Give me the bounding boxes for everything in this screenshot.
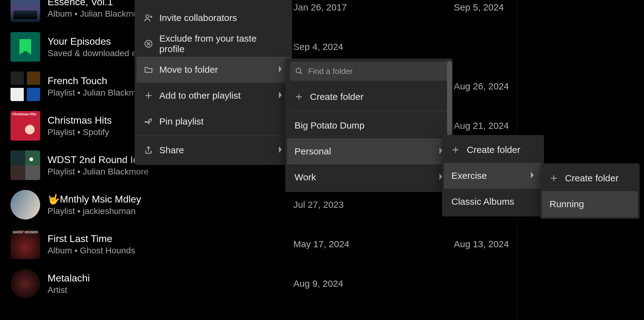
- folder-search-input[interactable]: [307, 66, 443, 76]
- bookmark-icon: [19, 39, 31, 55]
- chevron-right-icon: [278, 64, 283, 75]
- date-played: Aug 21, 2024: [454, 121, 509, 131]
- menu-item-label: Add to other playlist: [159, 90, 278, 101]
- folder-name: Work: [295, 172, 438, 183]
- chevron-right-icon: [530, 170, 535, 181]
- date-added: Jul 27, 2023: [293, 199, 344, 210]
- menu-item-label: Exclude from your taste profile: [159, 33, 283, 54]
- svg-point-0: [146, 15, 149, 18]
- separator: [290, 111, 448, 111]
- folder-option-personal[interactable]: Personal: [287, 138, 451, 164]
- folder-name: Classic Albums: [451, 196, 535, 207]
- album-art: [10, 72, 40, 101]
- album-art: [10, 190, 40, 219]
- folder-option-classic-albums[interactable]: Classic Albums: [444, 189, 542, 215]
- folder-option-exercise[interactable]: Exercise: [444, 163, 542, 189]
- folder-name: Personal: [295, 146, 438, 157]
- pin-icon: [144, 117, 159, 126]
- folder-option-running[interactable]: Running: [542, 191, 638, 217]
- menu-add-to-playlist[interactable]: Add to other playlist: [136, 83, 290, 109]
- plus-icon: [550, 174, 565, 183]
- album-art: [10, 32, 40, 62]
- share-icon: [144, 146, 159, 155]
- context-menu: Invite collaborators Exclude from your t…: [135, 0, 292, 165]
- menu-item-label: Invite collaborators: [159, 13, 283, 23]
- album-art: [10, 0, 40, 22]
- exclude-icon: [144, 39, 159, 48]
- create-folder-label: Create folder: [565, 173, 630, 183]
- date-played: Aug 26, 2024: [454, 81, 509, 92]
- folder-icon: [144, 65, 159, 74]
- item-subtitle: Playlist • jackieshuman: [48, 206, 282, 216]
- library-row[interactable]: GHOST HOUNDS First Last Time Album • Gho…: [0, 224, 519, 264]
- plus-icon: [295, 92, 310, 101]
- plus-icon: [451, 146, 467, 154]
- menu-share[interactable]: Share: [136, 137, 290, 163]
- album-art: [10, 150, 40, 180]
- create-folder-button[interactable]: Create folder: [287, 84, 451, 110]
- item-subtitle: Playlist • Julian Blackmore: [48, 167, 282, 177]
- date-added: May 17, 2024: [293, 239, 349, 249]
- album-art: GHOST HOUNDS: [10, 229, 40, 259]
- item-title: First Last Time: [48, 233, 282, 244]
- chevron-right-icon: [278, 90, 283, 101]
- create-folder-label: Create folder: [467, 145, 535, 155]
- item-subtitle: Artist: [48, 285, 282, 295]
- date-played: Sep 5, 2024: [454, 2, 504, 13]
- svg-point-2: [296, 68, 301, 73]
- menu-move-to-folder[interactable]: Move to folder: [136, 57, 290, 83]
- item-title: Metalachi: [48, 272, 282, 284]
- album-art: [10, 269, 40, 298]
- chevron-right-icon: [278, 145, 283, 155]
- menu-item-label: Move to folder: [159, 64, 278, 75]
- folder-name: Exercise: [451, 170, 530, 181]
- separator: [136, 136, 290, 136]
- date-played: Aug 13, 2024: [454, 239, 509, 249]
- menu-pin-playlist[interactable]: Pin playlist: [136, 109, 290, 134]
- menu-invite-collaborators[interactable]: Invite collaborators: [136, 5, 290, 31]
- create-folder-button[interactable]: Create folder: [542, 165, 638, 191]
- folder-option-work[interactable]: Work: [287, 164, 451, 190]
- date-added: Aug 9, 2024: [293, 278, 343, 289]
- art-badge: GHOST HOUNDS: [13, 231, 38, 234]
- search-icon: [295, 67, 303, 75]
- item-title: 🤟Mnthly Msic Mdley: [48, 193, 282, 205]
- create-folder-button[interactable]: Create folder: [444, 137, 542, 163]
- personal-submenu: Create folder Exercise Classic Albums: [442, 135, 544, 216]
- menu-item-label: Share: [159, 145, 278, 155]
- library-row[interactable]: Metalachi Artist Aug 9, 2024: [0, 264, 519, 303]
- user-plus-icon: [144, 13, 159, 23]
- item-subtitle: Album • Ghost Hounds: [48, 246, 282, 256]
- menu-exclude-taste[interactable]: Exclude from your taste profile: [136, 31, 290, 57]
- folder-option[interactable]: Big Potato Dump: [287, 113, 451, 138]
- art-badge: Christmas Hits: [12, 112, 36, 116]
- album-art: Christmas Hits: [10, 111, 40, 141]
- plus-icon: [144, 91, 159, 100]
- date-added: Jan 26, 2017: [293, 2, 347, 13]
- scrollbar[interactable]: [447, 61, 452, 137]
- create-folder-label: Create folder: [310, 92, 443, 102]
- folder-name: Big Potato Dump: [295, 120, 443, 131]
- menu-item-label: Pin playlist: [159, 116, 283, 127]
- exercise-submenu: Create folder Running: [540, 163, 640, 219]
- folder-search[interactable]: [290, 62, 448, 81]
- date-added: Sep 4, 2024: [293, 42, 343, 52]
- folder-picker: Create folder Big Potato Dump Personal W…: [285, 59, 453, 192]
- folder-name: Running: [550, 199, 630, 209]
